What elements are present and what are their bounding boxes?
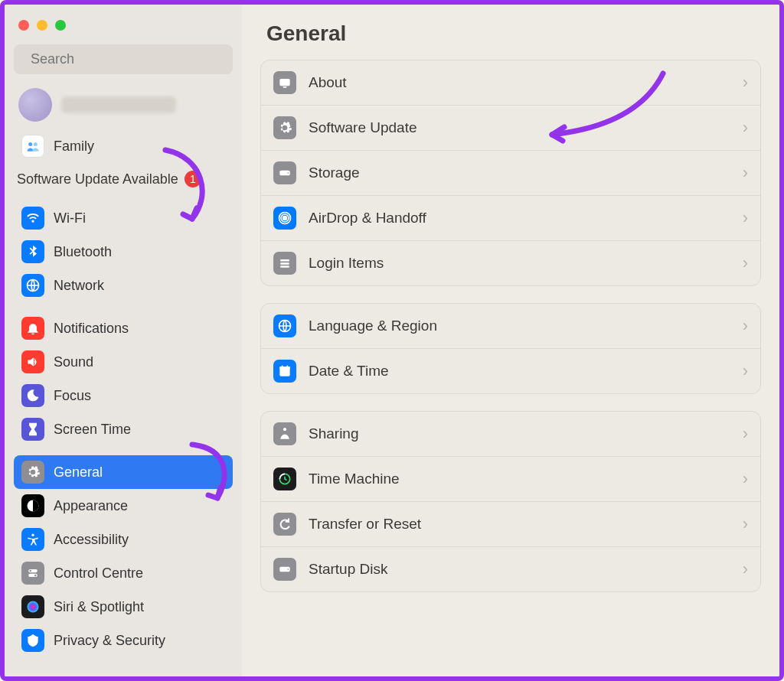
sidebar-item-general[interactable]: General [14,455,233,489]
startupdisk-icon [273,558,296,581]
settings-row-label: Time Machine [309,471,730,487]
sidebar-item-label: Bluetooth [54,244,112,260]
search-field[interactable] [14,44,233,74]
airdrop-icon [273,207,296,230]
search-input[interactable] [29,51,224,68]
settings-row-softwareupdate[interactable]: Software Update› [261,105,760,150]
about-icon [273,71,296,94]
svg-rect-12 [279,79,289,86]
general-icon [21,461,44,484]
chevron-right-icon: › [743,163,748,183]
sidebar-item-siri[interactable]: Siri & Spotlight [14,590,233,624]
settings-row-label: Transfer or Reset [309,516,730,533]
svg-rect-20 [280,262,289,265]
main-panel: General About›Software Update›Storage›Ai… [242,5,779,676]
settings-row-label: Login Items [309,255,730,272]
svg-rect-21 [280,266,289,268]
sidebar-item-family[interactable]: Family [14,129,233,163]
settings-row-label: Storage [309,165,730,181]
minimize-button[interactable] [37,20,47,31]
svg-point-27 [283,428,286,431]
sidebar-item-wifi[interactable]: Wi-Fi [14,201,233,235]
apple-id-row[interactable] [14,74,233,129]
controlcentre-icon [21,562,44,585]
svg-point-6 [31,534,34,536]
privacy-icon [21,629,44,652]
settings-row-storage[interactable]: Storage› [261,150,760,195]
settings-group: Language & Region›Date & Time› [260,303,761,394]
svg-rect-19 [280,259,289,262]
svg-rect-26 [287,366,289,368]
settings-row-timemachine[interactable]: Time Machine› [261,456,760,501]
storage-icon [273,161,296,184]
settings-row-language[interactable]: Language & Region› [261,304,760,348]
sidebar-item-network[interactable]: Network [14,269,233,302]
settings-row-label: About [309,74,730,91]
sidebar-item-accessibility[interactable]: Accessibility [14,523,233,556]
chevron-right-icon: › [743,118,748,138]
update-heading-label: Software Update Available [17,171,178,187]
notifications-icon [21,317,44,340]
chevron-right-icon: › [743,208,748,228]
sidebar-item-privacy[interactable]: Privacy & Security [14,624,233,657]
svg-point-3 [34,142,38,146]
sidebar-item-label: Family [54,138,94,155]
sidebar-item-label: Notifications [54,321,129,337]
network-icon [21,274,44,297]
settings-row-datetime[interactable]: Date & Time› [261,348,760,393]
settings-row-sharing[interactable]: Sharing› [261,412,760,456]
settings-row-startupdisk[interactable]: Startup Disk› [261,546,760,591]
accessibility-icon [21,528,44,551]
sidebar-item-appearance[interactable]: Appearance [14,489,233,523]
settings-row-label: Language & Region [309,318,730,334]
sidebar-item-label: Appearance [54,498,128,514]
focus-icon [21,384,44,407]
sidebar-item-bluetooth[interactable]: Bluetooth [14,235,233,269]
sidebar-item-label: Network [54,278,104,294]
family-icon [21,135,44,158]
settings-row-label: Sharing [309,425,730,442]
sidebar-item-label: Screen Time [54,422,131,438]
datetime-icon [273,360,296,383]
sidebar-item-label: Accessibility [54,532,129,548]
settings-row-about[interactable]: About› [261,60,760,105]
sidebar-item-label: Privacy & Security [54,633,165,649]
sidebar-item-screentime[interactable]: Screen Time [14,412,233,446]
page-title: General [260,12,761,60]
bluetooth-icon [21,240,44,263]
chevron-right-icon: › [743,316,748,336]
svg-rect-25 [282,366,283,368]
sidebar-item-controlcentre[interactable]: Control Centre [14,556,233,590]
settings-window: Family Software Update Available 1 Wi-Fi… [0,0,784,681]
settings-row-label: Startup Disk [309,561,730,578]
svg-point-11 [28,601,39,613]
softwareupdate-icon [273,116,296,139]
chevron-right-icon: › [743,559,748,579]
sharing-icon [273,422,296,445]
appearance-icon [21,494,44,517]
chevron-right-icon: › [743,514,748,534]
window-controls [14,12,233,44]
chevron-right-icon: › [743,361,748,381]
chevron-right-icon: › [743,73,748,93]
transfer-icon [273,513,296,536]
settings-group: About›Software Update›Storage›AirDrop & … [260,60,761,286]
svg-point-10 [34,575,37,577]
update-badge: 1 [185,171,201,187]
chevron-right-icon: › [743,253,748,273]
sidebar-item-sound[interactable]: Sound [14,345,233,379]
software-update-available[interactable]: Software Update Available 1 [14,163,233,192]
settings-row-airdrop[interactable]: AirDrop & Handoff› [261,195,760,240]
sidebar-item-label: General [54,464,103,481]
settings-row-loginitems[interactable]: Login Items› [261,240,760,285]
sidebar-item-label: Sound [54,354,93,370]
close-button[interactable] [18,20,29,31]
sidebar-item-focus[interactable]: Focus [14,379,233,412]
sidebar-item-notifications[interactable]: Notifications [14,311,233,345]
maximize-button[interactable] [55,20,66,31]
svg-point-2 [28,142,32,146]
svg-point-30 [287,569,289,570]
settings-row-label: Date & Time [309,363,730,380]
svg-rect-24 [279,367,289,369]
settings-row-transfer[interactable]: Transfer or Reset› [261,501,760,546]
